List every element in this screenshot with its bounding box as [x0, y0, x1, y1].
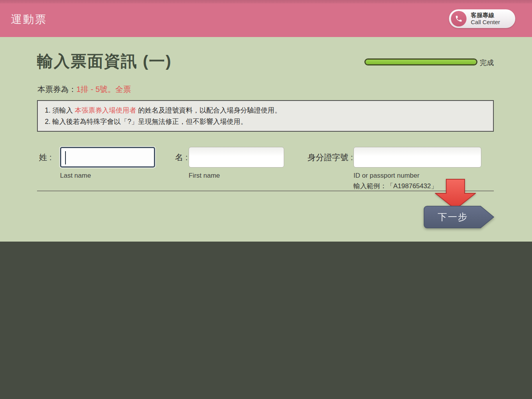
first-name-input[interactable]: [189, 147, 284, 168]
text-caret: [65, 151, 66, 164]
last-name-input[interactable]: [60, 147, 155, 168]
call-center-button[interactable]: 客服專線 Call Center: [449, 9, 515, 28]
last-name-label: 姓 :: [39, 152, 52, 163]
app-header: 運動票 客服專線 Call Center: [0, 0, 532, 37]
ticket-info: 本票券為：1排 - 5號。全票: [37, 84, 131, 95]
next-button[interactable]: 下一步: [424, 206, 495, 228]
id-number-input[interactable]: [353, 147, 481, 168]
notice-line-1: 1. 須輸入 本張票券入場使用者 的姓名及證號資料，以配合入場身分驗證使用。: [45, 105, 486, 116]
app-title: 運動票: [11, 12, 47, 27]
virtual-keyboard: ◄ ► 倒退 Back 重新 輸入 Clear 注音倉頡英數/EN手寫12#ㄅㄉ…: [0, 242, 532, 399]
first-name-label: 名 :: [175, 152, 188, 163]
progress-fill: [366, 60, 476, 64]
progress-bar: [364, 58, 477, 65]
call-center-label-en: Call Center: [471, 19, 500, 26]
id-number-label: 身分證字號 :: [308, 152, 353, 163]
notice-line-2: 2. 輸入後若為特殊字會以「?」呈現無法修正，但不影響入場使用。: [45, 116, 486, 127]
id-number-hint: ID or passport number: [353, 172, 419, 180]
ticket-info-highlight: 1排 - 5號。全票: [76, 85, 131, 94]
id-example: 輸入範例：「A198765432」: [353, 182, 437, 191]
down-arrow-icon: [435, 179, 476, 210]
last-name-hint: Last name: [60, 172, 91, 180]
section-divider: [37, 191, 494, 191]
page-title: 輸入票面資訊 (一): [37, 51, 172, 72]
first-name-hint: First name: [189, 172, 220, 180]
phone-icon: [451, 11, 467, 26]
progress-label: 完成: [480, 58, 494, 67]
notice-box: 1. 須輸入 本張票券入場使用者 的姓名及證號資料，以配合入場身分驗證使用。 2…: [37, 100, 494, 132]
kiosk-screen: 運動票 客服專線 Call Center 輸入票面資訊 (一) 完成 本票券為：…: [0, 0, 532, 399]
call-center-label-zh: 客服專線: [471, 12, 500, 19]
next-button-label: 下一步: [424, 206, 482, 228]
